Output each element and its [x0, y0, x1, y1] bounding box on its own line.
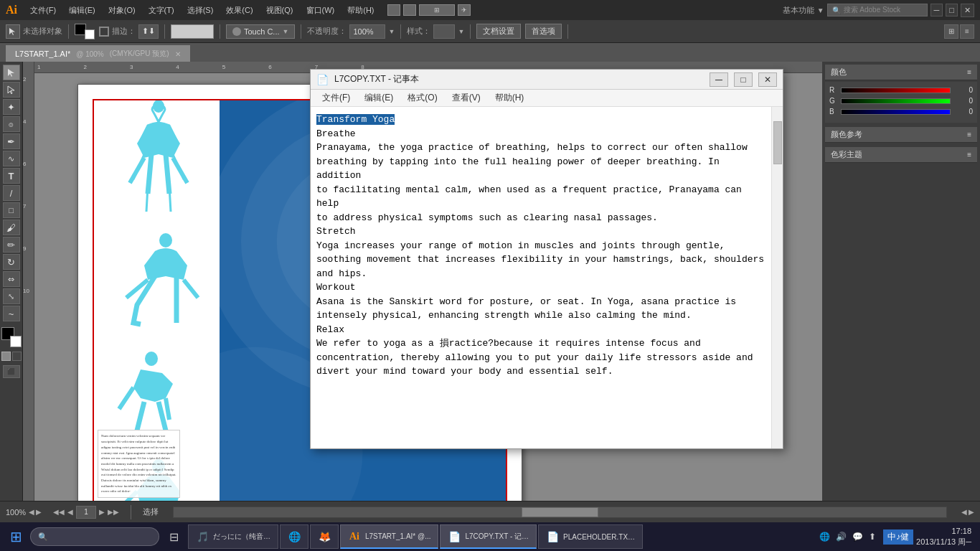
tray-more-icon[interactable]: ⬆ — [867, 532, 877, 542]
color-preview[interactable] — [171, 24, 214, 39]
task-view-btn[interactable]: ⊟ — [161, 524, 187, 550]
search-stock-bar[interactable]: 🔍 搜索 Adobe Stock — [827, 4, 928, 17]
first-page-btn[interactable]: ◀◀ — [53, 508, 65, 516]
color-ref-panel-menu-icon[interactable]: ≡ — [967, 131, 971, 138]
last-page-btn[interactable]: ▶▶ — [108, 508, 119, 516]
direct-selection-tool[interactable] — [3, 82, 20, 98]
color-panel-menu-icon[interactable]: ≡ — [967, 68, 971, 76]
tools-icon[interactable]: ✈ — [458, 4, 471, 16]
menu-edit[interactable]: 编辑(E) — [63, 4, 101, 17]
menu-file[interactable]: 文件(F) — [24, 4, 62, 17]
taskbar-search-bar[interactable]: 🔍 — [30, 527, 159, 546]
line-tool[interactable]: / — [3, 185, 20, 201]
paintbrush-tool[interactable]: 🖌 — [3, 220, 20, 235]
start-button[interactable]: ⊞ — [3, 524, 29, 550]
stock-icon[interactable] — [403, 4, 416, 16]
np-menu-format[interactable]: 格式(O) — [402, 90, 443, 105]
zoom-in-icon[interactable]: ▶ — [36, 508, 42, 516]
close-button[interactable]: ✕ — [961, 4, 974, 17]
selection-tool[interactable] — [3, 65, 20, 80]
taskbar-browser-edge[interactable]: 🌐 — [280, 524, 308, 549]
doc-settings-button[interactable]: 文档设置 — [476, 24, 521, 39]
scrollbar-thumb[interactable] — [773, 121, 782, 164]
tray-volume-icon[interactable]: 🔊 — [834, 532, 848, 542]
stroke-weight-control[interactable]: ⬆⬇ — [138, 24, 159, 39]
notepad-restore-btn[interactable]: □ — [734, 72, 753, 87]
menu-window[interactable]: 窗口(W) — [301, 4, 341, 17]
np-menu-view[interactable]: 查看(V) — [446, 90, 486, 105]
rotate-tool[interactable]: ↻ — [3, 254, 20, 270]
text-tool[interactable]: T — [3, 168, 20, 184]
opacity-dropdown-icon[interactable]: ▼ — [388, 28, 395, 35]
zoom-out-icon[interactable]: ◀ — [29, 508, 34, 516]
arrange-icons-btn[interactable]: ⊞ — [944, 24, 958, 39]
channel-b-bar[interactable] — [841, 109, 951, 115]
menu-help[interactable]: 帮助(H) — [341, 4, 380, 17]
scale-tool[interactable]: ⤡ — [3, 288, 20, 304]
ime-indicator[interactable]: 中♪健 — [883, 529, 913, 545]
menu-view[interactable]: 视图(Q) — [260, 4, 299, 17]
document-tab[interactable]: L7START_1.AI* @ 100% (CMYK/GPU 预览) ✕ — [6, 45, 190, 62]
screen-mode[interactable] — [12, 352, 22, 361]
view-options[interactable]: ⊞ — [419, 4, 455, 16]
scroll-left-icon[interactable]: ◀ — [961, 508, 967, 516]
system-clock[interactable]: 17:18 2013/11/13 周─ — [916, 526, 971, 548]
touch-dropdown-icon[interactable]: ▼ — [283, 28, 289, 35]
tab-close-button[interactable]: ✕ — [175, 50, 181, 58]
bridge-icon[interactable] — [387, 4, 400, 16]
taskbar-notepad[interactable]: 📄 L7COPY.TXT - 记… — [440, 524, 537, 549]
np-menu-file[interactable]: 文件(F) — [316, 90, 356, 105]
color-theme-menu-icon[interactable]: ≡ — [967, 151, 971, 159]
prev-page-btn[interactable]: ◀ — [67, 508, 73, 516]
np-menu-edit[interactable]: 编辑(E) — [359, 90, 399, 105]
notepad-close-btn[interactable]: ✕ — [758, 72, 777, 87]
minimize-button[interactable]: ─ — [930, 4, 943, 17]
more-options-btn[interactable]: ≡ — [960, 24, 974, 39]
pen-tool[interactable]: ✒ — [3, 133, 20, 149]
warp-tool[interactable]: ~ — [3, 306, 20, 321]
horizontal-scrollbar[interactable] — [173, 507, 947, 518]
magic-wand-tool[interactable]: ✦ — [3, 99, 20, 115]
curvature-tool[interactable]: ∿ — [3, 151, 20, 166]
style-dropdown-icon[interactable]: ▼ — [458, 28, 464, 35]
menu-object[interactable]: 对象(O) — [103, 4, 141, 17]
reflect-tool[interactable]: ⇔ — [3, 271, 20, 287]
taskbar-music-app[interactable]: 🎵 だっにに（纯音… — [188, 524, 278, 549]
notepad-text-display[interactable]: Transform Yoga Breathe Pranayama, the yo… — [311, 107, 771, 448]
color-selector[interactable] — [1, 327, 22, 347]
color-ref-panel-header[interactable]: 颜色参考 ≡ — [825, 127, 977, 143]
channel-g-bar[interactable] — [841, 98, 951, 104]
np-menu-help[interactable]: 帮助(H) — [489, 90, 530, 105]
stroke-color-swatch[interactable] — [85, 29, 95, 39]
zoom-controls[interactable]: ◀ ▶ — [29, 508, 42, 516]
opacity-value[interactable]: 100% — [349, 24, 385, 39]
color-theme-panel-header[interactable]: 色彩主题 ≡ — [825, 147, 977, 163]
shape-tool[interactable]: □ — [3, 202, 20, 218]
color-panel-header[interactable]: 颜色 ≡ — [825, 65, 977, 80]
pencil-tool[interactable]: ✏ — [3, 237, 20, 253]
menu-select[interactable]: 选择(S) — [182, 4, 220, 17]
style-preview[interactable] — [433, 24, 455, 39]
notepad-minimize-btn[interactable]: ─ — [710, 72, 728, 87]
selection-tool-icon[interactable] — [6, 24, 20, 39]
menu-effect[interactable]: 效果(C) — [220, 4, 258, 17]
notepad-titlebar[interactable]: 📄 L7COPY.TXT - 记事本 ─ □ ✕ — [311, 70, 783, 90]
lasso-tool[interactable]: ⌾ — [3, 116, 20, 132]
tray-chat-icon[interactable]: 💬 — [851, 532, 864, 542]
channel-r-bar[interactable] — [841, 88, 951, 93]
tray-network-icon[interactable]: 🌐 — [818, 532, 831, 542]
menu-text[interactable]: 文字(T) — [143, 4, 180, 17]
change-screen-mode[interactable]: ⬛ — [3, 365, 20, 378]
h-scrollbar-thumb[interactable] — [522, 507, 599, 517]
taskbar-browser-ff[interactable]: 🦊 — [310, 524, 339, 549]
scroll-right-icon[interactable]: ▶ — [969, 508, 974, 516]
restore-button[interactable]: □ — [946, 4, 958, 17]
touch-calligraphy-btn[interactable]: Touch C... ▼ — [226, 24, 295, 39]
background-color[interactable] — [10, 336, 22, 347]
preferences-button[interactable]: 首选项 — [525, 24, 562, 39]
canvas-area[interactable]: 1 2 3 4 5 6 7 8 2 4 6 7 9 10 — [23, 62, 980, 529]
notepad-scrollbar[interactable] — [771, 107, 783, 448]
normal-mode[interactable] — [1, 352, 11, 361]
page-number[interactable]: 1 — [76, 506, 96, 519]
taskbar-illustrator[interactable]: Ai L7START_1.AI* @... — [340, 524, 438, 549]
